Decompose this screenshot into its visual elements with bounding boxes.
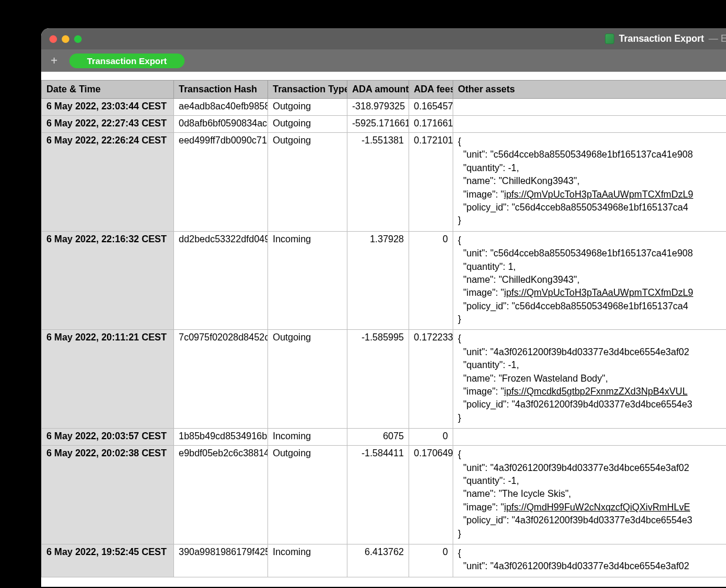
add-tab-button[interactable]: + bbox=[47, 54, 61, 68]
maximize-icon[interactable] bbox=[74, 35, 82, 43]
cell-type[interactable]: Outgoing bbox=[268, 99, 347, 116]
cell-amount[interactable]: 6.413762 bbox=[347, 544, 409, 577]
cell-amount[interactable]: 6075 bbox=[347, 429, 409, 446]
cell-hash[interactable]: e9bdf05eb2c6c38814 bbox=[174, 446, 268, 544]
cell-type[interactable]: Outgoing bbox=[268, 330, 347, 429]
cell-assets[interactable] bbox=[453, 429, 727, 446]
cell-date[interactable]: 6 May 2022, 19:52:45 CEST bbox=[42, 544, 174, 577]
plus-icon: + bbox=[51, 54, 58, 68]
ipfs-link[interactable]: ipfs://Qmcdkd5gtbp2FxnmzZXd3NpB4xVUL bbox=[504, 386, 687, 396]
table-row[interactable]: 6 May 2022, 23:03:44 CESTae4adb8ac40efb9… bbox=[42, 99, 727, 116]
cell-hash[interactable]: 0d8afb6bf0590834ac bbox=[174, 116, 268, 133]
cell-hash[interactable]: 7c0975f02028d8452c bbox=[174, 330, 268, 429]
table-row[interactable]: 6 May 2022, 22:16:32 CESTdd2bedc53322dfd… bbox=[42, 231, 727, 330]
cell-type[interactable]: Incoming bbox=[268, 231, 347, 330]
ipfs-link[interactable]: ipfs://QmVpUcToH3pTaAaUWpmTCXfmDzL9 bbox=[504, 288, 693, 298]
cell-assets[interactable] bbox=[453, 99, 727, 116]
close-icon[interactable] bbox=[49, 35, 57, 43]
cell-assets[interactable] bbox=[453, 116, 727, 133]
transactions-table: Date & Time Transaction Hash Transaction… bbox=[41, 80, 726, 577]
cell-assets[interactable]: { "unit": "4a3f0261200f39b4d03377e3d4bce… bbox=[453, 330, 727, 429]
cell-hash[interactable]: ae4adb8ac40efb9858 bbox=[174, 99, 268, 116]
cell-type[interactable]: Outgoing bbox=[268, 116, 347, 133]
window-edited-label: — Edited bbox=[709, 34, 726, 44]
cell-date[interactable]: 6 May 2022, 22:26:24 CEST bbox=[42, 133, 174, 232]
cell-date[interactable]: 6 May 2022, 20:11:21 CEST bbox=[42, 330, 174, 429]
table-row[interactable]: 6 May 2022, 20:11:21 CEST7c0975f02028d84… bbox=[42, 330, 727, 429]
cell-date[interactable]: 6 May 2022, 23:03:44 CEST bbox=[42, 99, 174, 116]
cell-fees[interactable]: 0.165457 bbox=[409, 99, 453, 116]
table-header-row: Date & Time Transaction Hash Transaction… bbox=[42, 81, 727, 99]
minimize-icon[interactable] bbox=[62, 35, 69, 43]
cell-date[interactable]: 6 May 2022, 22:27:43 CEST bbox=[42, 116, 174, 133]
header-type[interactable]: Transaction Type bbox=[268, 81, 347, 99]
cell-hash[interactable]: eed499ff7db0090c71 bbox=[174, 133, 268, 232]
cell-fees[interactable]: 0.171661 bbox=[409, 116, 453, 133]
cell-assets[interactable]: { "unit": "c56d4cceb8a8550534968e1bf1651… bbox=[453, 133, 727, 232]
cell-fees[interactable]: 0.172233 bbox=[409, 330, 453, 429]
cell-type[interactable]: Outgoing bbox=[268, 133, 347, 232]
cell-amount[interactable]: 1.37928 bbox=[347, 231, 409, 330]
ipfs-link[interactable]: ipfs://QmVpUcToH3pTaAaUWpmTCXfmDzL9 bbox=[504, 189, 693, 199]
header-amount[interactable]: ADA amount bbox=[347, 81, 409, 99]
table-row[interactable]: 6 May 2022, 19:52:45 CEST390a9981986179f… bbox=[42, 544, 727, 577]
ipfs-link[interactable]: ipfs://QmdH99FuW2cNxqzcfQiQXivRmHLvE bbox=[504, 502, 690, 512]
window-controls bbox=[49, 35, 82, 43]
cell-amount[interactable]: -318.979325 bbox=[347, 99, 409, 116]
app-window: Transaction Export — Edited + Transactio… bbox=[41, 28, 726, 587]
cell-type[interactable]: Outgoing bbox=[268, 446, 347, 544]
tab-label: Transaction Export bbox=[87, 56, 167, 66]
cell-assets[interactable]: { "unit": "4a3f0261200f39b4d03377e3d4bce… bbox=[453, 446, 727, 544]
cell-type[interactable]: Incoming bbox=[268, 429, 347, 446]
cell-amount[interactable]: -1.585995 bbox=[347, 330, 409, 429]
tab-bar: + Transaction Export bbox=[41, 49, 726, 72]
cell-date[interactable]: 6 May 2022, 20:02:38 CEST bbox=[42, 446, 174, 544]
cell-fees[interactable]: 0 bbox=[409, 231, 453, 330]
cell-date[interactable]: 6 May 2022, 20:03:57 CEST bbox=[42, 429, 174, 446]
cell-date[interactable]: 6 May 2022, 22:16:32 CEST bbox=[42, 231, 174, 330]
window-title: Transaction Export bbox=[619, 34, 704, 44]
cell-fees[interactable]: 0 bbox=[409, 429, 453, 446]
tab-transaction-export[interactable]: Transaction Export bbox=[69, 54, 185, 68]
table-row[interactable]: 6 May 2022, 20:02:38 CESTe9bdf05eb2c6c38… bbox=[42, 446, 727, 544]
cell-hash[interactable]: 1b85b49cd8534916b bbox=[174, 429, 268, 446]
cell-assets[interactable]: { "unit": "4a3f0261200f39b4d03377e3d4bce… bbox=[453, 544, 727, 577]
cell-amount[interactable]: -5925.171661 bbox=[347, 116, 409, 133]
spreadsheet-area: Date & Time Transaction Hash Transaction… bbox=[41, 72, 726, 577]
cell-fees[interactable]: 0.170649 bbox=[409, 446, 453, 544]
cell-hash[interactable]: dd2bedc53322dfd049 bbox=[174, 231, 268, 330]
table-row[interactable]: 6 May 2022, 22:26:24 CESTeed499ff7db0090… bbox=[42, 133, 727, 232]
header-fees[interactable]: ADA fees bbox=[409, 81, 453, 99]
cell-fees[interactable]: 0.172101 bbox=[409, 133, 453, 232]
header-assets[interactable]: Other assets bbox=[453, 81, 727, 99]
cell-amount[interactable]: -1.584411 bbox=[347, 446, 409, 544]
cell-assets[interactable]: { "unit": "c56d4cceb8a8550534968e1bf1651… bbox=[453, 231, 727, 330]
cell-hash[interactable]: 390a9981986179f425 bbox=[174, 544, 268, 577]
document-icon bbox=[605, 34, 614, 44]
window-titlebar: Transaction Export — Edited bbox=[41, 28, 726, 49]
header-hash[interactable]: Transaction Hash bbox=[174, 81, 268, 99]
cell-fees[interactable]: 0 bbox=[409, 544, 453, 577]
cell-amount[interactable]: -1.551381 bbox=[347, 133, 409, 232]
table-row[interactable]: 6 May 2022, 22:27:43 CEST0d8afb6bf059083… bbox=[42, 116, 727, 133]
table-row[interactable]: 6 May 2022, 20:03:57 CEST1b85b49cd853491… bbox=[42, 429, 727, 446]
cell-type[interactable]: Incoming bbox=[268, 544, 347, 577]
header-date[interactable]: Date & Time bbox=[42, 81, 174, 99]
